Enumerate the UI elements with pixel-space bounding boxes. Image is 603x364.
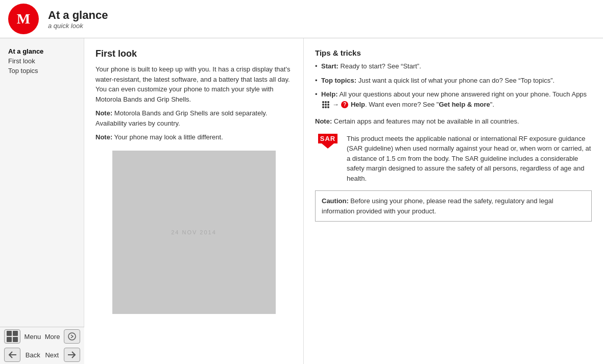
header-text: At a glance a quick look	[48, 9, 108, 30]
sar-badge: SAR	[315, 134, 341, 149]
sidebar-item-top-topics[interactable]: Top topics	[5, 66, 79, 76]
next-icon	[67, 351, 77, 358]
header: M At a glance a quick look	[0, 0, 603, 38]
tips-note-text: Certain apps and features may not be ava…	[332, 117, 519, 125]
sidebar-controls: Menu More Back Next	[0, 327, 84, 364]
note1-text: Motorola Bands and Grip Shells are sold …	[95, 109, 267, 127]
sar-label: SAR	[318, 134, 337, 143]
next-button[interactable]	[64, 348, 80, 362]
sidebar-item-first-look[interactable]: First look	[5, 56, 79, 66]
note2-text: Your phone may look a little different.	[112, 133, 223, 141]
page-title: At a glance	[48, 9, 108, 22]
caution-text: Before using your phone, please read the…	[322, 197, 553, 215]
first-look-panel: First look Your phone is built to keep u…	[84, 38, 304, 364]
next-label: Next	[45, 351, 59, 359]
sidebar: At a glance First look Top topics Menu M…	[0, 38, 84, 364]
caution-box: Caution: Before using your phone, please…	[315, 190, 592, 222]
more-label: More	[45, 333, 60, 341]
tip-help-arrow: →	[332, 101, 341, 108]
back-next-row: Back Next	[0, 346, 84, 364]
tips-heading: Tips & tricks	[315, 48, 592, 57]
menu-grid-icon	[7, 331, 18, 342]
first-look-note1: Note: Motorola Bands and Grip Shells are…	[95, 108, 292, 128]
main-layout: At a glance First look Top topics Menu M…	[0, 38, 603, 364]
back-button[interactable]	[4, 348, 20, 362]
note2-bold: Note:	[95, 133, 112, 141]
caution-bold: Caution:	[322, 197, 349, 205]
tips-note-bold: Note:	[315, 117, 332, 125]
menu-button[interactable]	[4, 329, 20, 344]
sar-arrow-icon	[322, 143, 334, 149]
back-icon	[8, 351, 17, 358]
apps-grid-icon	[322, 101, 329, 108]
tip-start-text: Ready to start? See “Start”.	[339, 62, 421, 70]
tip-toptopics-text: Just want a quick list of what your phon…	[356, 77, 554, 84]
tip-item-help: Help: All your questions about your new …	[315, 89, 592, 109]
first-look-note2: Note: Your phone may look a little diffe…	[95, 132, 292, 142]
tip-help-bold: Help:	[321, 90, 338, 98]
tip-start-bold: Start:	[321, 62, 339, 70]
first-look-heading: First look	[95, 48, 292, 59]
image-watermark: 24 NOV 2014	[171, 229, 216, 235]
motorola-logo: M	[8, 4, 39, 34]
tips-list: Start: Ready to start? See “Start”. Top …	[315, 61, 592, 109]
tip-help-text: Help. Want even more? See "Get help & mo…	[351, 101, 494, 108]
more-button[interactable]	[64, 329, 80, 344]
tip-item-top-topics: Top topics: Just want a quick list of wh…	[315, 76, 592, 86]
note1-bold: Note:	[95, 109, 112, 117]
tips-panel: Tips & tricks Start: Ready to start? See…	[304, 38, 603, 364]
logo-letter: M	[17, 11, 30, 27]
tips-note: Note: Certain apps and features may not …	[315, 116, 592, 127]
page-subtitle: a quick look	[48, 22, 108, 30]
tip-toptopics-bold: Top topics:	[321, 77, 356, 84]
sar-text: This product meets the applicable nation…	[347, 134, 592, 184]
tip-item-start: Start: Ready to start? See “Start”.	[315, 61, 592, 71]
menu-row: Menu More	[0, 327, 84, 346]
content-area: First look Your phone is built to keep u…	[84, 38, 603, 364]
help-icon: ?	[341, 101, 348, 108]
more-icon	[67, 332, 77, 341]
tip-help-intro: All your questions about your new phone …	[339, 90, 587, 98]
menu-label: Menu	[25, 333, 41, 341]
sar-section: SAR This product meets the applicable na…	[315, 134, 592, 184]
back-label: Back	[26, 351, 40, 359]
phone-image: 24 NOV 2014	[112, 151, 276, 314]
first-look-para1: Your phone is built to keep up with you.…	[95, 64, 292, 104]
svg-point-0	[68, 333, 76, 340]
sidebar-item-at-a-glance[interactable]: At a glance	[5, 46, 79, 56]
